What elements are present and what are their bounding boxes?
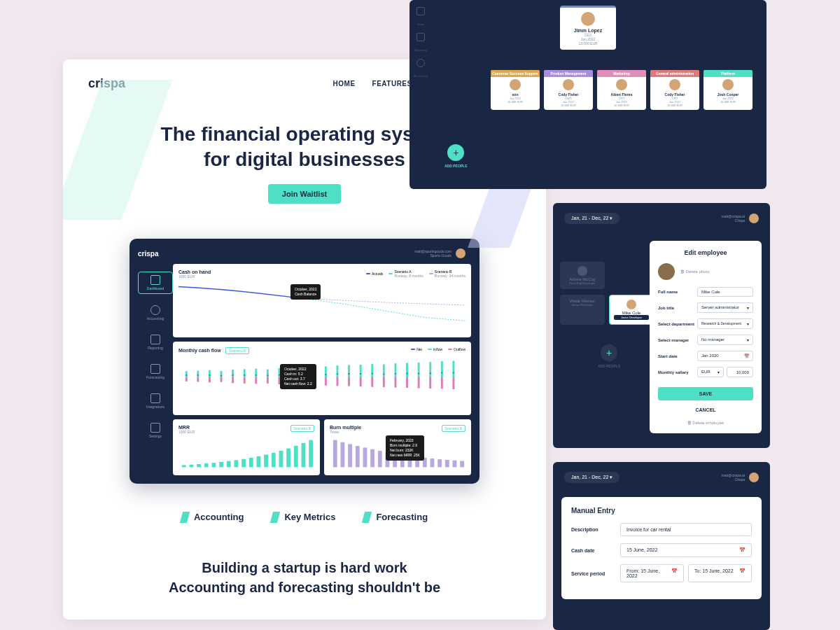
full-name-input[interactable] xyxy=(697,287,753,297)
sidebar-item-accounting[interactable]: Accounting xyxy=(138,302,173,323)
legend-sub: Runway: 24 months xyxy=(435,274,465,278)
department-select[interactable]: Research & Development▾ xyxy=(697,318,753,329)
delete-employee-link[interactable]: 🗑 Delete employee xyxy=(658,421,753,425)
svg-rect-11 xyxy=(220,377,223,382)
date-range-picker[interactable]: Jan, 21 - Dec, 22 ▾ xyxy=(564,472,620,483)
join-waitlist-button[interactable]: Join Waitlist xyxy=(268,184,341,204)
avatar[interactable] xyxy=(749,214,759,223)
tooltip-title: October, 2022 xyxy=(295,287,316,292)
svg-point-3 xyxy=(186,374,187,376)
org-person-card[interactable]: Platform Josh Cooper Jan 2022 10,000 EUR xyxy=(704,70,752,110)
currency-select[interactable]: EUR▾ xyxy=(697,367,724,377)
avatar xyxy=(658,263,675,280)
date-range-picker[interactable]: Jan, 21 - Dec, 22 ▾ xyxy=(564,213,620,224)
tooltip-value: 25K xyxy=(414,453,420,457)
svg-point-39 xyxy=(325,374,326,375)
legend-label: Net xyxy=(416,347,422,351)
salary-input[interactable] xyxy=(727,367,753,377)
svg-rect-47 xyxy=(360,377,362,386)
svg-rect-58 xyxy=(406,363,408,377)
svg-point-72 xyxy=(453,372,454,373)
cash-date-input[interactable]: 15 June, 2022📅 xyxy=(620,543,752,557)
nav-features[interactable]: FEATURES xyxy=(372,80,412,88)
sidebar-item-settings[interactable]: Settings xyxy=(138,420,173,441)
period-from-input[interactable]: From: 15 June, 2022📅 xyxy=(620,564,684,582)
nav-home[interactable]: HOME xyxy=(333,80,356,88)
legend-label: Scenario A xyxy=(394,270,411,274)
svg-rect-61 xyxy=(418,363,420,377)
org-person-card[interactable]: Customer Success Support son Jan 2022 10… xyxy=(491,70,540,110)
dollar-icon[interactable] xyxy=(416,59,425,67)
manager-select[interactable]: No manager▾ xyxy=(697,335,753,345)
svg-rect-38 xyxy=(325,377,327,386)
avatar[interactable] xyxy=(456,248,465,258)
feature-tags: Accounting Key Metrics Forecasting xyxy=(63,512,546,523)
period-to-input[interactable]: To: 15 June, 2022📅 xyxy=(688,564,752,582)
sidebar-item-integrations[interactable]: Integrations xyxy=(138,391,173,412)
svg-rect-89 xyxy=(302,443,306,468)
svg-rect-81 xyxy=(241,459,246,468)
date-value: From: 15 June, 2022 xyxy=(626,568,671,578)
date-value: 15 June, 2022 xyxy=(626,547,657,553)
feature-accounting: Accounting xyxy=(181,512,244,523)
home-icon[interactable] xyxy=(416,7,425,15)
file-icon[interactable] xyxy=(416,33,425,41)
date-range: Jan, 21 - Dec, 22 xyxy=(571,216,608,220)
start-date-input[interactable]: Jan 2020📅 xyxy=(697,351,753,361)
svg-rect-88 xyxy=(294,446,298,468)
legend-sub: Runway: 8 months xyxy=(394,274,423,278)
person-salary: 10,000 EUR xyxy=(653,104,696,107)
svg-point-15 xyxy=(232,374,234,376)
svg-point-18 xyxy=(244,374,245,376)
job-title-select[interactable]: Server administrator▾ xyxy=(697,302,753,313)
date-range: Jan, 21 - Dec, 22 xyxy=(571,475,608,479)
subheading: Building a startup is hard work Accounti… xyxy=(63,558,546,597)
svg-rect-68 xyxy=(441,377,443,388)
svg-rect-77 xyxy=(212,463,216,467)
org-person-card[interactable]: Marketing Albert Flores CPO Jan 2022 10,… xyxy=(597,70,646,110)
svg-rect-64 xyxy=(429,362,431,377)
user-email: matt@sportsgoods.com xyxy=(414,249,451,253)
svg-rect-84 xyxy=(264,454,268,467)
sidebar-item-dashboard[interactable]: Dashboard xyxy=(138,272,173,294)
avatar xyxy=(722,79,734,90)
sidebar-item-forecasting[interactable]: Forecasting xyxy=(138,361,173,382)
svg-rect-73 xyxy=(182,465,186,467)
chevron-down-icon: ▾ xyxy=(747,337,749,342)
cancel-button[interactable]: CANCEL xyxy=(658,403,753,416)
chart-legend: Actuals Scenario ARunway: 8 months Scena… xyxy=(366,270,465,278)
tooltip-value: 2.2 xyxy=(307,382,312,386)
tooltip-label: Burn multiple: xyxy=(390,443,412,447)
svg-rect-107 xyxy=(453,460,457,467)
delete-photo-link[interactable]: 🗑 Delete photo xyxy=(680,270,710,274)
field-label: Select department xyxy=(658,322,694,326)
org-person-card[interactable]: General administration Cody Fisher CFO J… xyxy=(650,70,699,110)
description-input[interactable] xyxy=(620,523,752,536)
save-button[interactable]: SAVE xyxy=(658,387,753,400)
tooltip-label: Net cash flow: xyxy=(284,382,306,386)
person-role: Senior Developer xyxy=(564,303,601,307)
calendar-icon: 📅 xyxy=(739,568,746,578)
scenario-badge: Scenario B xyxy=(290,425,314,432)
panel-header: Jan, 21 - Dec, 22 ▾ matt@crispa.ai Crisp… xyxy=(553,203,770,234)
tooltip-label: Net new MRR: xyxy=(390,453,413,457)
chevron-down-icon: ▾ xyxy=(747,305,749,310)
org-ceo-card[interactable]: Jimm Lopez CEO Jan 2022 13,000 EUR xyxy=(560,6,616,50)
svg-rect-95 xyxy=(363,447,368,467)
svg-rect-82 xyxy=(249,458,253,467)
sidebar-item-reporting[interactable]: Reporting xyxy=(138,332,173,353)
plus-icon[interactable]: + xyxy=(601,344,617,361)
person-salary: 10,000 EUR xyxy=(706,100,750,104)
subheading-line1: Building a startup is hard work xyxy=(63,558,546,578)
svg-point-60 xyxy=(407,372,408,374)
avatar xyxy=(669,79,680,90)
add-people[interactable]: + ADD PEOPLE xyxy=(560,344,658,368)
field-label: Description xyxy=(571,527,620,532)
svg-point-57 xyxy=(395,373,396,374)
svg-rect-85 xyxy=(272,453,276,468)
select-value: No manager xyxy=(701,337,724,342)
org-person-card[interactable]: Product Management Cody Fisher CMO Jan 2… xyxy=(544,70,593,110)
field-label: Start date xyxy=(658,354,678,358)
bg-org-card-selected[interactable]: Mike Cole Junior Developer xyxy=(609,295,654,325)
avatar[interactable] xyxy=(749,472,759,482)
